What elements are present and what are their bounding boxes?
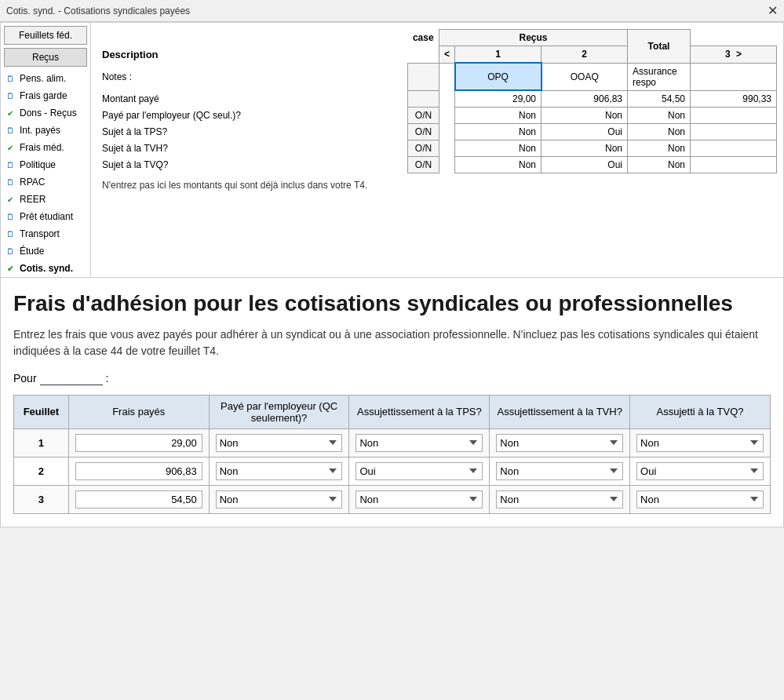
frais-garde-icon: 🗒 <box>4 89 16 102</box>
col1-header: 1 <box>455 46 542 64</box>
page-title: Frais d'adhésion pour les cotisations sy… <box>13 290 771 317</box>
sidebar-item-etude[interactable]: 🗒 Étude <box>1 242 90 260</box>
feuillet-cell-2: 2 <box>14 457 69 485</box>
tvq-select-2[interactable]: NonOui <box>636 462 764 480</box>
employeur-cell-2: NonOui <box>209 457 349 485</box>
notes-c1[interactable]: OPQ <box>455 63 542 90</box>
nav-next[interactable]: > <box>736 49 742 60</box>
sidebar-item-int-payes[interactable]: 🗒 Int. payés <box>1 122 90 139</box>
table-row-notes: Notes : OPQ OOAQ Assurance respo <box>97 63 777 90</box>
frais-cell-1 <box>68 428 209 457</box>
employeur-case: O/N <box>407 108 439 124</box>
tps-c3: Non <box>628 124 691 140</box>
tvh-c1: Non <box>455 140 542 157</box>
description-header: Description <box>97 46 407 64</box>
frais-input-2[interactable] <box>75 462 202 480</box>
sidebar-item-frais-med[interactable]: ✔ Frais méd. <box>1 139 90 156</box>
tvh-select-1[interactable]: NonOui <box>496 434 623 452</box>
cotis-synd-icon: ✔ <box>4 262 16 275</box>
sidebar: Feuillets féd. Reçus 🗒 Pens. alim. 🗒 Fra… <box>1 23 91 277</box>
frais-cell-3 <box>68 485 209 513</box>
pens-alim-icon: 🗒 <box>4 72 16 85</box>
pour-line: Pour : <box>13 372 771 385</box>
politique-icon: 🗒 <box>4 159 16 171</box>
tvh-select-3[interactable]: NonOui <box>496 490 623 509</box>
pret-etudiant-icon: 🗒 <box>4 210 16 223</box>
table-row-employeur: Payé par l'employeur (QC seul.)? O/N Non… <box>97 108 777 124</box>
montant-c2: 906,83 <box>542 90 628 108</box>
employeur-select-2[interactable]: NonOui <box>216 462 343 480</box>
tvh-cell-1: NonOui <box>490 428 630 457</box>
tvq-cell-3: NonOui <box>630 485 771 513</box>
sidebar-recus-button[interactable]: Reçus <box>4 48 87 67</box>
sidebar-item-transport[interactable]: 🗒 Transport <box>1 225 90 242</box>
sidebar-item-politique[interactable]: 🗒 Politique <box>1 156 90 173</box>
sidebar-label-reer: REER <box>20 194 46 205</box>
header-assuj-tps: Assujettissement à la TPS? <box>349 395 490 428</box>
montant-c3: 54,50 <box>628 90 691 108</box>
employeur-select-1[interactable]: NonOui <box>216 434 343 452</box>
col3-header: 3 > <box>691 46 777 64</box>
tvq-desc: Sujet à la TVQ? <box>97 157 407 173</box>
table-row-montant: Montant payé 29,00 906,83 54,50 990,33 <box>97 90 777 108</box>
window-title: Cotis. synd. - Cotisations syndicales pa… <box>6 5 190 16</box>
employeur-c2: Non <box>542 108 628 124</box>
tps-c2: Oui <box>542 124 628 140</box>
sidebar-item-pens-alim[interactable]: 🗒 Pens. alim. <box>1 70 90 87</box>
employeur-cell-3: NonOui <box>209 485 349 513</box>
dons-recus-icon: ✔ <box>4 107 16 119</box>
sidebar-item-reer[interactable]: ✔ REER <box>1 191 90 208</box>
frais-input-3[interactable] <box>75 490 202 509</box>
employeur-cell-1: NonOui <box>209 428 349 457</box>
tvh-cell-2: NonOui <box>490 457 630 485</box>
employeur-desc: Payé par l'employeur (QC seul.)? <box>97 108 407 124</box>
nav-prev[interactable]: < <box>439 46 454 64</box>
sidebar-label-int-payes: Int. payés <box>20 125 60 136</box>
sidebar-label-frais-garde: Frais garde <box>20 90 67 101</box>
montant-desc: Montant payé <box>97 90 407 108</box>
sidebar-label-rpac: RPAC <box>20 177 45 188</box>
employeur-c3: Non <box>628 108 691 124</box>
feuillet-cell-3: 3 <box>14 485 69 513</box>
sidebar-item-rpac[interactable]: 🗒 RPAC <box>1 173 90 191</box>
tvq-c2: Oui <box>542 157 628 173</box>
header-assuj-tvh: Assujettissement à la TVH? <box>490 395 630 428</box>
sidebar-item-dons-recus[interactable]: ✔ Dons - Reçus <box>1 104 90 122</box>
pour-colon: : <box>106 372 109 385</box>
title-bar: Cotis. synd. - Cotisations syndicales pa… <box>0 0 784 22</box>
notes-desc: Notes : <box>97 63 407 90</box>
sidebar-item-pret-etudiant[interactable]: 🗒 Prêt étudiant <box>1 208 90 225</box>
table-row-tvh: Sujet à la TVH? O/N Non Non Non <box>97 140 777 157</box>
etude-icon: 🗒 <box>4 245 16 257</box>
tvh-desc: Sujet à la TVH? <box>97 140 407 157</box>
header-paye-employeur: Payé par l'employeur (QC seulement)? <box>209 395 349 428</box>
bottom-section: Frais d'adhésion pour les cotisations sy… <box>0 278 784 527</box>
sidebar-feuillets-button[interactable]: Feuillets féd. <box>4 26 87 45</box>
tps-cell-3: NonOui <box>349 485 490 513</box>
data-table-row-1: 1NonOuiNonOuiNonOuiNonOui <box>14 428 771 457</box>
pour-label: Pour <box>13 372 37 385</box>
rpac-icon: 🗒 <box>4 176 16 188</box>
form-area: case Reçus Total Description < 1 2 3 > <box>91 23 783 277</box>
tvq-select-1[interactable]: NonOui <box>636 434 764 452</box>
tps-select-2[interactable]: NonOui <box>356 462 483 480</box>
data-table-row-2: 2NonOuiNonOuiNonOuiNonOui <box>14 457 771 485</box>
tvq-case: O/N <box>407 157 439 173</box>
tvq-select-3[interactable]: NonOui <box>636 490 764 509</box>
tps-select-1[interactable]: NonOui <box>356 434 483 452</box>
sidebar-item-frais-garde[interactable]: 🗒 Frais garde <box>1 87 90 104</box>
sidebar-label-cotis-synd: Cotis. synd. <box>20 263 73 274</box>
sidebar-label-frais-med: Frais méd. <box>20 142 64 153</box>
int-payes-icon: 🗒 <box>4 124 16 137</box>
tps-select-3[interactable]: NonOui <box>356 490 483 509</box>
header-feuillet: Feuillet <box>14 395 69 428</box>
employeur-select-3[interactable]: NonOui <box>216 490 343 509</box>
recus-header: Reçus <box>439 30 627 46</box>
tvh-select-2[interactable]: NonOui <box>496 462 623 480</box>
tvh-c3: Non <box>628 140 691 157</box>
sidebar-label-pens-alim: Pens. alim. <box>20 73 66 84</box>
sidebar-item-cotis-synd[interactable]: ✔ Cotis. synd. <box>1 260 90 277</box>
close-button[interactable]: ✕ <box>768 3 778 18</box>
top-section: Feuillets féd. Reçus 🗒 Pens. alim. 🗒 Fra… <box>0 22 784 278</box>
frais-input-1[interactable] <box>75 434 202 452</box>
